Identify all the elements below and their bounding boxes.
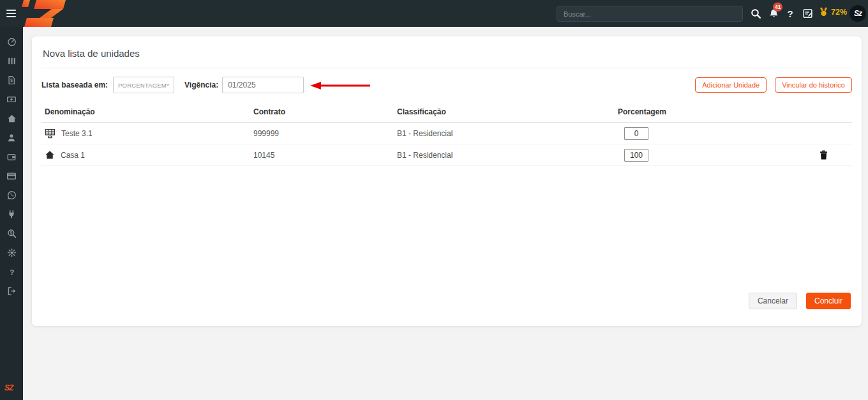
table-header-row: Denominação Contrato Classificação Porce…: [41, 104, 852, 123]
sidebar-item-bar-chart-icon[interactable]: [0, 51, 23, 70]
menu-toggle-icon[interactable]: [6, 10, 16, 17]
sidebar-item-plug-icon[interactable]: [0, 204, 23, 224]
table-row: Teste 3.1 999999 B1 - Residencial: [41, 123, 852, 144]
sidebar-item-invoice-icon[interactable]: $: [0, 70, 23, 89]
solar-panel-icon: [45, 128, 56, 139]
score-percent-label: 72%: [831, 8, 847, 17]
chevron-down-icon: [167, 82, 169, 88]
sidebar-item-wallet-icon[interactable]: [0, 147, 23, 166]
sidebar-item-logout-icon[interactable]: [0, 281, 23, 300]
sidebar-item-credit-card-icon[interactable]: [0, 166, 23, 185]
table-row: Casa 1 10145 B1 - Residencial: [41, 144, 852, 166]
new-unit-list-panel: Nova lista de unidades Lista baseada em:…: [32, 36, 862, 326]
sidebar-item-help-icon[interactable]: ?: [0, 262, 23, 281]
unit-contract: 10145: [253, 151, 397, 160]
main-content: Nova lista de unidades Lista baseada em:…: [23, 27, 868, 400]
add-unit-button[interactable]: Adicionar Unidade: [695, 77, 767, 93]
unit-name: Casa 1: [61, 151, 85, 160]
sidebar-item-money-bill-icon[interactable]: [0, 89, 23, 109]
cancel-button[interactable]: Cancelar: [749, 293, 797, 309]
sidebar-footer-logo: SZ: [4, 383, 13, 392]
search-icon[interactable]: [749, 7, 762, 20]
header-contrato: Contrato: [253, 107, 397, 116]
sidebar-item-home-icon[interactable]: [0, 109, 23, 128]
unit-name: Teste 3.1: [61, 129, 93, 138]
unit-contract: 999999: [253, 129, 397, 138]
page-title: Nova lista de unidades: [41, 47, 852, 68]
header-classificacao: Classificação: [397, 107, 618, 116]
sidebar-item-user-icon[interactable]: [0, 128, 23, 147]
unit-classification: B1 - Residencial: [397, 151, 618, 160]
header-porcentagem: Porcentagem: [618, 107, 745, 116]
percentage-input[interactable]: [624, 149, 648, 162]
list-form-row: Lista baseada em: PORCENTAGEM Vigência: …: [41, 77, 852, 93]
sidebar-item-dashboard-icon[interactable]: [0, 32, 23, 51]
home-icon: [45, 150, 55, 160]
based-on-label: Lista baseada em:: [41, 81, 108, 89]
svg-text:?: ?: [10, 267, 14, 275]
gauge-score-medal[interactable]: 72%: [819, 6, 847, 17]
vigencia-label: Vigência:: [184, 81, 218, 89]
based-on-selected-value: PORCENTAGEM: [118, 82, 167, 89]
units-table: Denominação Contrato Classificação Porce…: [41, 104, 852, 166]
help-icon[interactable]: ?: [784, 7, 797, 20]
sidebar-item-gear-icon[interactable]: [0, 243, 23, 262]
panel-footer: Cancelar Concluir: [41, 293, 852, 317]
confirm-button[interactable]: Concluir: [806, 293, 851, 309]
notification-count-badge: 41: [773, 3, 782, 12]
trash-icon: [819, 150, 828, 160]
based-on-select[interactable]: PORCENTAGEM: [113, 77, 174, 93]
brand-logo-z-icon[interactable]: [19, 0, 69, 27]
red-annotation-arrow: [310, 81, 371, 90]
search-input[interactable]: [557, 6, 743, 22]
unit-classification: B1 - Residencial: [397, 129, 618, 138]
header-denominacao: Denominação: [41, 107, 253, 116]
link-history-button[interactable]: Vincular do historico: [775, 77, 852, 93]
svg-text:$: $: [10, 230, 12, 235]
svg-text:$: $: [10, 78, 13, 83]
topbar: 41 ? 72% Sz: [0, 0, 868, 27]
vigencia-input[interactable]: [222, 77, 304, 93]
medal-icon: [819, 6, 828, 17]
delete-unit-button[interactable]: [819, 150, 828, 160]
sidebar: $ $ ?: [0, 27, 23, 400]
percentage-input[interactable]: [624, 127, 648, 140]
sidebar-item-whatsapp-icon[interactable]: [0, 185, 23, 204]
sidebar-item-search-dollar-icon[interactable]: $: [0, 224, 23, 243]
form-edit-icon[interactable]: [802, 7, 814, 20]
user-avatar[interactable]: Sz: [849, 5, 866, 22]
